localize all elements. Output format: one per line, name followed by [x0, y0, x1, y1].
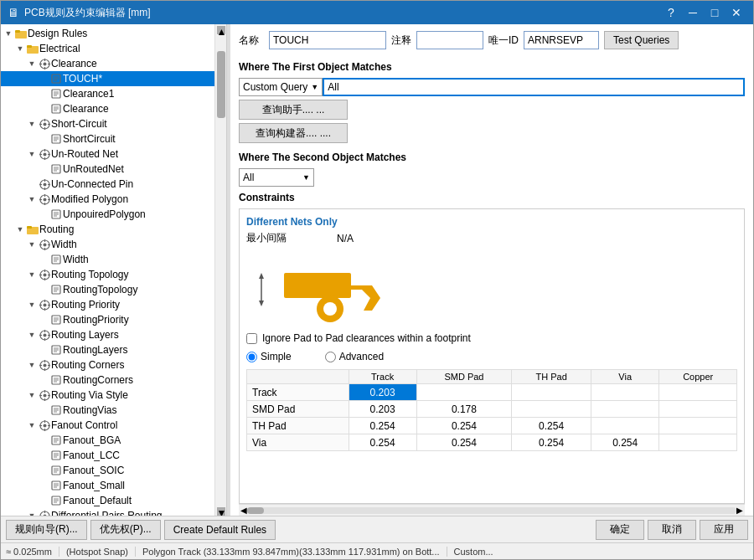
tree-toggle-icon[interactable]: ▼	[26, 240, 38, 249]
tree-node[interactable]: ▼Differential Pairs Routing	[1, 508, 214, 516]
table-cell[interactable]: 0.203	[349, 384, 416, 401]
table-cell[interactable]: 0.254	[416, 434, 511, 451]
tree-node[interactable]: RoutingLayers	[1, 342, 214, 357]
table-cell[interactable]: 0.254	[349, 434, 416, 451]
apply-button[interactable]: 应用	[700, 520, 748, 540]
scroll-left-arrow[interactable]: ◀	[240, 506, 247, 515]
table-cell[interactable]	[591, 401, 659, 418]
tree-node[interactable]: RoutingTopology	[1, 282, 214, 297]
tree-toggle-icon[interactable]: ▼	[26, 301, 38, 309]
tree-node[interactable]: ▼Width	[1, 237, 214, 252]
tree-node[interactable]: ▼Design Rules	[1, 26, 214, 41]
tree-toggle-icon[interactable]: ▼	[26, 195, 38, 203]
second-match-dropdown[interactable]: All ▼	[239, 168, 314, 187]
tree-node[interactable]: ShortCircuit	[1, 131, 214, 146]
table-cell[interactable]: 0.254	[512, 434, 591, 451]
table-cell[interactable]: 0.254	[591, 434, 659, 451]
help-button[interactable]: ?	[661, 4, 681, 21]
table-cell[interactable]: 0.254	[512, 418, 591, 434]
tree-node[interactable]: Un-Connected Pin	[1, 177, 214, 192]
query-text-input[interactable]	[323, 78, 745, 96]
priority-button[interactable]: 优先权(P)...	[90, 520, 161, 540]
table-cell[interactable]	[659, 384, 737, 401]
scroll-right-arrow[interactable]: ▶	[736, 506, 743, 515]
tree-node[interactable]: ▼Routing Corners	[1, 357, 214, 372]
rule-wizard-button[interactable]: 规则向导(R)...	[6, 520, 87, 540]
tree-toggle-icon[interactable]: ▼	[26, 391, 38, 399]
table-cell[interactable]	[659, 418, 737, 434]
maximize-button[interactable]: □	[705, 4, 725, 21]
tree-toggle-icon[interactable]: ▼	[14, 225, 26, 234]
tree-node[interactable]: Width	[1, 252, 214, 267]
tree-node[interactable]: ▼Clearance	[1, 56, 214, 71]
table-cell[interactable]	[591, 418, 659, 434]
table-cell[interactable]: 0.203	[349, 401, 416, 418]
ignore-pad-checkbox[interactable]	[246, 333, 257, 344]
tree-node[interactable]: Fanout_Default	[1, 493, 214, 508]
constraints-body[interactable]: Different Nets Only 最小间隔 N/A	[239, 208, 745, 504]
tree-node[interactable]: Clearance	[1, 101, 214, 116]
close-button[interactable]: ✕	[726, 4, 746, 21]
scroll-up-arrow[interactable]: ▲	[217, 26, 225, 34]
comment-input[interactable]	[416, 31, 483, 49]
table-cell[interactable]	[591, 384, 659, 401]
tree-node[interactable]: TOUCH*	[1, 71, 214, 86]
tree-node[interactable]: RoutingVias	[1, 403, 214, 418]
table-cell[interactable]	[512, 384, 591, 401]
uid-input[interactable]	[524, 31, 599, 49]
tree-scrollbar[interactable]: ▲ ▼	[214, 24, 226, 516]
query-type-dropdown[interactable]: Custom Query ▼	[239, 78, 323, 96]
table-cell[interactable]	[659, 434, 737, 451]
tree-toggle-icon[interactable]: ▼	[26, 59, 38, 68]
table-cell[interactable]	[659, 401, 737, 418]
tree-node[interactable]: Fanout_BGA	[1, 433, 214, 448]
tree-node[interactable]: Fanout_Small	[1, 478, 214, 493]
h-scroll-track[interactable]	[247, 507, 736, 514]
tree-toggle-icon[interactable]: ▼	[26, 150, 38, 158]
tree-node[interactable]: ▼Short-Circuit	[1, 116, 214, 131]
horizontal-scrollbar[interactable]: ◀ ▶	[239, 504, 745, 516]
confirm-button[interactable]: 确定	[596, 520, 644, 540]
tree-node[interactable]: RoutingCorners	[1, 372, 214, 388]
tree-node[interactable]: Fanout_LCC	[1, 448, 214, 463]
minimize-button[interactable]: ─	[683, 4, 703, 21]
tree-node[interactable]: ▼Routing Priority	[1, 297, 214, 312]
tree-node[interactable]: ▼Un-Routed Net	[1, 146, 214, 162]
scroll-down-arrow[interactable]: ▼	[217, 507, 225, 516]
tree-toggle-icon[interactable]: ▼	[26, 421, 38, 429]
test-queries-button[interactable]: Test Queries	[604, 31, 679, 49]
tree-toggle-icon[interactable]: ▼	[26, 331, 38, 339]
tree-node[interactable]: RoutingPriority	[1, 312, 214, 327]
name-input[interactable]	[269, 31, 386, 49]
tree-toggle-icon[interactable]: ▼	[14, 44, 26, 53]
tree-node[interactable]: Fanout_SOIC	[1, 463, 214, 478]
tree-node[interactable]: ▼Routing	[1, 222, 214, 237]
tree-node[interactable]: ▼Modified Polygon	[1, 192, 214, 207]
simple-radio[interactable]	[246, 352, 257, 362]
cancel-button[interactable]: 取消	[648, 520, 696, 540]
tree-node[interactable]: UnpouiredPolygon	[1, 207, 214, 222]
tree-node[interactable]: ▼Routing Topology	[1, 267, 214, 282]
table-cell[interactable]	[416, 384, 511, 401]
advanced-radio[interactable]	[325, 352, 336, 362]
tree-node[interactable]: ▼Electrical	[1, 41, 214, 56]
query-builder-button[interactable]: 查询构建器.... ....	[239, 123, 348, 143]
scroll-thumb[interactable]	[217, 51, 225, 118]
table-cell[interactable]	[512, 401, 591, 418]
h-scroll-thumb[interactable]	[247, 507, 264, 514]
tree-container[interactable]: ▼Design Rules▼Electrical▼ClearanceTOUCH*…	[1, 24, 214, 516]
tree-node[interactable]: ▼Fanout Control	[1, 418, 214, 433]
tree-node[interactable]: ▼Routing Layers	[1, 327, 214, 342]
tree-toggle-icon[interactable]: ▼	[26, 361, 38, 369]
tree-node[interactable]: UnRoutedNet	[1, 162, 214, 177]
default-rules-button[interactable]: Create Default Rules	[164, 520, 276, 540]
tree-node[interactable]: ▼Routing Via Style	[1, 388, 214, 403]
table-cell[interactable]: 0.178	[416, 401, 511, 418]
table-cell[interactable]: 0.254	[349, 418, 416, 434]
tree-toggle-icon[interactable]: ▼	[26, 120, 38, 128]
table-cell[interactable]: 0.254	[416, 418, 511, 434]
query-helper-button[interactable]: 查询助手.... ...	[239, 100, 348, 120]
tree-node[interactable]: Clearance1	[1, 86, 214, 101]
tree-toggle-icon[interactable]: ▼	[26, 270, 38, 279]
tree-toggle-icon[interactable]: ▼	[3, 29, 14, 38]
